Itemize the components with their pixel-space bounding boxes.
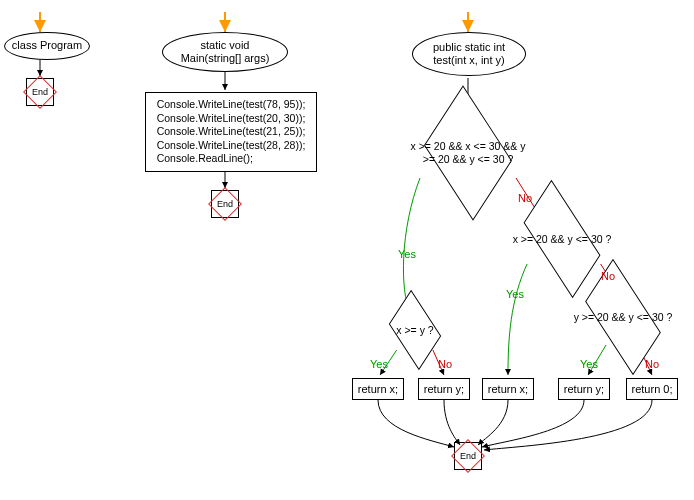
edge-label-yes: Yes xyxy=(506,288,524,300)
decision-x-in-range: x >= 20 && y <= 30 ? xyxy=(518,214,606,264)
end-terminator: End xyxy=(454,442,482,470)
return-x-node: return x; xyxy=(482,378,534,400)
flowchart-canvas: class Program End static void Main(strin… xyxy=(0,0,694,500)
return-y-node: return y; xyxy=(558,378,610,400)
edge-label-yes: Yes xyxy=(370,358,388,370)
end-label: End xyxy=(26,78,54,106)
main-body-node: Console.WriteLine(test(78, 95)); Console… xyxy=(145,92,317,172)
decision-y-in-range: y >= 20 && y <= 30 ? xyxy=(580,292,666,342)
decision-text: x >= 20 && x <= 30 && y >= 20 && y <= 30… xyxy=(406,118,529,188)
decision-x-ge-y: x >= y ? xyxy=(388,310,442,350)
decision-text: x >= 20 && y <= 30 ? xyxy=(500,214,623,264)
edge-label-no: No xyxy=(645,358,659,370)
edge-label-no: No xyxy=(438,358,452,370)
edge-label-yes: Yes xyxy=(398,248,416,260)
class-program-node: class Program xyxy=(4,32,90,60)
return-y-node: return y; xyxy=(418,378,470,400)
decision-text: y >= 20 && y <= 30 ? xyxy=(563,292,683,342)
decision-text: x >= y ? xyxy=(377,310,453,350)
end-label: End xyxy=(211,190,239,218)
main-signature-node: static void Main(string[] args) xyxy=(162,32,288,72)
edge-label-no: No xyxy=(518,192,532,204)
edge-label-yes: Yes xyxy=(580,358,598,370)
decision-both-in-range: x >= 20 && x <= 30 && y >= 20 && y <= 30… xyxy=(424,118,512,188)
end-terminator: End xyxy=(211,190,239,218)
end-terminator: End xyxy=(26,78,54,106)
return-x-node: return x; xyxy=(352,378,404,400)
test-signature-node: public static int test(int x, int y) xyxy=(412,32,526,76)
return-0-node: return 0; xyxy=(626,378,678,400)
end-label: End xyxy=(454,442,482,470)
